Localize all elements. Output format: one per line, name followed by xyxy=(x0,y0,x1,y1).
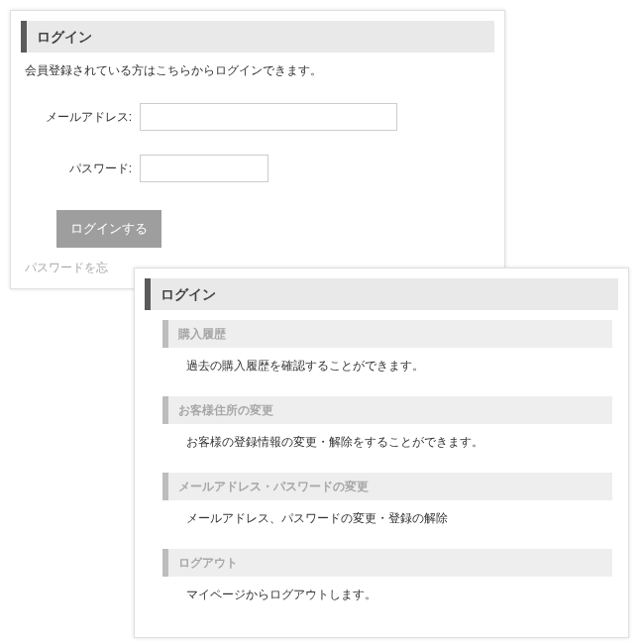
forgot-password-link[interactable]: パスワードを忘 xyxy=(25,260,108,276)
mypage-panel: ログイン 購入履歴 過去の購入履歴を確認することができます。 お客様住所の変更 … xyxy=(134,268,629,638)
section-address-change-text: お客様の登録情報の変更・解除をすることができます。 xyxy=(186,434,612,451)
section-credentials-change-text: メールアドレス、パスワードの変更・登録の解除 xyxy=(186,510,612,527)
email-input[interactable] xyxy=(140,103,397,131)
mypage-title: ログイン xyxy=(145,278,618,310)
section-credentials-change[interactable]: メールアドレス・パスワードの変更 xyxy=(162,473,612,500)
login-instruction: 会員登録されている方はこちらからログインできます。 xyxy=(25,62,494,79)
login-button[interactable]: ログインする xyxy=(56,210,161,248)
mypage-sections: 購入履歴 過去の購入履歴を確認することができます。 お客様住所の変更 お客様の登… xyxy=(145,320,618,603)
section-purchase-history[interactable]: 購入履歴 xyxy=(162,320,612,348)
login-panel: ログイン 会員登録されている方はこちらからログインできます。 メールアドレス: … xyxy=(10,10,505,289)
password-label: パスワード: xyxy=(21,161,140,177)
email-row: メールアドレス: xyxy=(21,103,494,131)
section-purchase-history-text: 過去の購入履歴を確認することができます。 xyxy=(186,358,612,375)
login-actions: ログインする xyxy=(56,210,494,248)
section-logout-text: マイページからログアウトします。 xyxy=(186,587,612,603)
section-address-change[interactable]: お客様住所の変更 xyxy=(162,396,612,424)
password-input[interactable] xyxy=(140,155,268,182)
login-title: ログイン xyxy=(21,21,494,53)
section-logout[interactable]: ログアウト xyxy=(162,549,612,577)
email-label: メールアドレス: xyxy=(21,109,140,126)
password-row: パスワード: xyxy=(21,155,494,182)
